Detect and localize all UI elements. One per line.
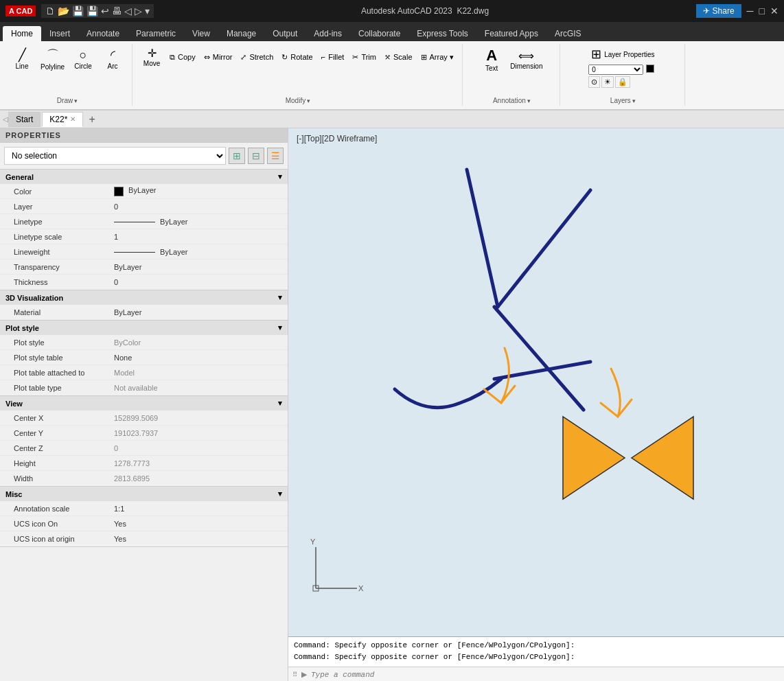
print-icon[interactable]: 🖶 — [112, 5, 122, 16]
new-file-icon[interactable]: 🗋 — [45, 5, 55, 16]
drawing-canvas: X Y — [288, 128, 784, 681]
scale-icon: ⤧ — [384, 53, 391, 62]
layer-properties-button[interactable]: ⊞ Layer Properties — [588, 45, 657, 63]
annotation-expand-icon[interactable]: ▾ — [527, 97, 531, 104]
customize-icon[interactable]: ▾ — [145, 5, 150, 16]
tab-home[interactable]: Home — [3, 26, 41, 41]
selection-dropdown[interactable]: No selection — [4, 147, 226, 165]
rotate-icon: ↻ — [281, 53, 288, 62]
plot-table-type-row: Plot table type Not available — [0, 380, 288, 395]
rotate-button[interactable]: ↻ Rotate — [279, 51, 315, 63]
plot-style-header[interactable]: Plot style ▾ — [0, 321, 288, 335]
dimension-button[interactable]: ⟺ Dimension — [507, 48, 545, 71]
modify-expand-icon[interactable]: ▾ — [307, 97, 310, 104]
save-as-icon[interactable]: 💾 — [87, 5, 98, 16]
tab-parametric[interactable]: Parametric — [128, 26, 184, 41]
text-button[interactable]: A Text — [478, 45, 505, 73]
prop-icon-btn-2[interactable]: ⊟ — [248, 148, 264, 164]
tab-arcgis[interactable]: ArcGIS — [546, 26, 590, 41]
arc-button[interactable]: ◜ Arc — [99, 46, 126, 71]
general-header[interactable]: General ▾ — [0, 170, 288, 184]
command-line-1: Command: Specify opposite corner or [Fen… — [294, 640, 779, 652]
stretch-button[interactable]: ⤢ Stretch — [238, 51, 276, 63]
save-icon[interactable]: 💾 — [72, 5, 84, 16]
trim-icon: ✂ — [352, 53, 358, 62]
open-icon[interactable]: 📂 — [58, 5, 69, 16]
circle-icon: ○ — [80, 48, 87, 62]
prop-icon-btn-1[interactable]: ⊞ — [229, 148, 245, 164]
properties-title: PROPERTIES — [0, 128, 288, 143]
bowtie-shapes — [563, 417, 693, 499]
close-tab-icon[interactable]: ✕ — [70, 115, 76, 123]
forward-icon[interactable]: ▷ — [135, 5, 142, 16]
svg-text:X: X — [358, 584, 364, 592]
tab-express[interactable]: Express Tools — [408, 26, 476, 41]
app-title: Autodesk AutoCAD 2023 K22.dwg — [154, 6, 695, 16]
minimize-icon[interactable]: ─ — [747, 5, 754, 16]
3d-viz-header[interactable]: 3D Visualization ▾ — [0, 290, 288, 305]
tab-insert[interactable]: Insert — [41, 26, 78, 41]
move-icon: ✛ — [148, 47, 157, 60]
plot-style-row: Plot style ByColor — [0, 335, 288, 350]
layer-select[interactable]: 0 — [588, 65, 643, 75]
svg-marker-5 — [632, 417, 693, 499]
ribbon-group-layers: ⊞ Layer Properties 0 ⊙ ☀ 🔒 Layers ▾ — [562, 44, 685, 106]
draw-label: Draw ▾ — [57, 94, 78, 104]
layer-btn1[interactable]: ⊙ — [588, 76, 600, 88]
view-header[interactable]: View ▾ — [0, 396, 288, 411]
view-section: View ▾ Center X 152899.5069 Center Y 191… — [0, 396, 288, 487]
tab-addins[interactable]: Add-ins — [305, 26, 350, 41]
line-icon: ╱ — [19, 47, 26, 62]
plot-collapse-icon: ▾ — [278, 323, 282, 332]
tab-featured[interactable]: Featured Apps — [476, 26, 546, 41]
layers-label: Layers ▾ — [610, 94, 636, 104]
command-scroll-icon[interactable]: ⠿ — [292, 671, 297, 678]
scale-button[interactable]: ⤧ Scale — [382, 51, 415, 63]
mirror-button[interactable]: ⇔ Mirror — [201, 51, 235, 63]
tab-manage[interactable]: Manage — [218, 26, 264, 41]
command-area: Command: Specify opposite corner or [Fen… — [288, 636, 784, 681]
undo-icon[interactable]: ↩ — [101, 5, 109, 16]
array-button[interactable]: ⊞ Array ▾ — [418, 51, 457, 63]
viewport-label: [-][Top][2D Wireframe] — [297, 134, 377, 143]
prop-icon-btn-3[interactable]: ☰ — [267, 148, 284, 164]
circle-button[interactable]: ○ Circle — [69, 47, 97, 71]
material-row: Material ByLayer — [0, 305, 288, 320]
ribbon: Home Insert Annotate Parametric View Man… — [0, 22, 784, 111]
trim-button[interactable]: ✂ Trim — [349, 51, 379, 63]
layer-btn2[interactable]: ☀ — [601, 76, 614, 88]
acad-logo[interactable]: A CAD — [5, 5, 36, 16]
tab-collaborate[interactable]: Collaborate — [350, 26, 408, 41]
misc-header[interactable]: Misc ▾ — [0, 487, 288, 501]
layer-btn3[interactable]: 🔒 — [615, 76, 630, 88]
general-section: General ▾ Color ByLayer Layer 0 Linetype… — [0, 170, 288, 290]
command-line-2: Command: Specify opposite corner or [Fen… — [294, 651, 779, 664]
polyline-button[interactable]: ⌒ Polyline — [38, 45, 67, 72]
tab-view[interactable]: View — [184, 26, 218, 41]
back-icon[interactable]: ◁ — [124, 5, 132, 16]
share-button[interactable]: ✈ Share — [696, 4, 741, 18]
move-button[interactable]: ✛ Move — [139, 45, 164, 69]
title-right: ✈ Share ─ □ ✕ — [696, 4, 779, 18]
ribbon-tabs: Home Insert Annotate Parametric View Man… — [0, 22, 784, 41]
layers-expand-icon[interactable]: ▾ — [632, 97, 636, 104]
close-icon[interactable]: ✕ — [770, 5, 779, 16]
tab-start[interactable]: Start — [8, 112, 41, 127]
viewport[interactable]: [-][Top][2D Wireframe] — [288, 128, 784, 681]
command-input[interactable] — [311, 671, 780, 679]
line-button[interactable]: ╱ Line — [8, 46, 36, 71]
tab-annotate[interactable]: Annotate — [78, 26, 128, 41]
tab-k22[interactable]: K22* ✕ — [42, 112, 83, 127]
modify-label: Modify ▾ — [286, 94, 310, 104]
thickness-row: Thickness 0 — [0, 275, 288, 290]
height-row: Height 1278.7773 — [0, 456, 288, 471]
tab-output[interactable]: Output — [264, 26, 305, 41]
draw-buttons: ╱ Line ⌒ Polyline ○ Circle ◜ Arc — [8, 45, 126, 72]
color-row: Color ByLayer — [0, 184, 288, 199]
annotation-label: Annotation ▾ — [493, 94, 531, 104]
new-tab-button[interactable]: + — [84, 113, 99, 126]
fillet-button[interactable]: ⌐ Fillet — [319, 51, 347, 62]
copy-button[interactable]: ⧉ Copy — [167, 51, 198, 63]
draw-expand-icon[interactable]: ▾ — [74, 97, 78, 104]
maximize-icon[interactable]: □ — [759, 5, 765, 16]
